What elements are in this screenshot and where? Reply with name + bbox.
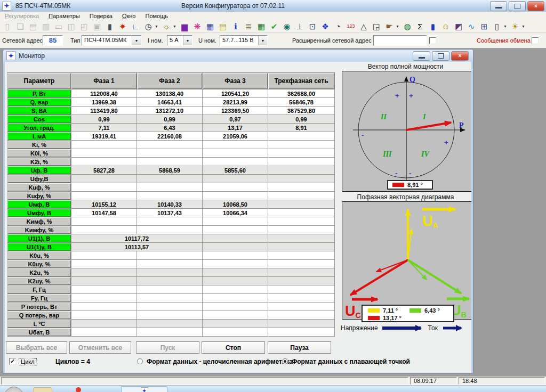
cycle-checkbox[interactable]: ✓ <box>9 358 16 365</box>
param-label-16[interactable]: Kимфу, % <box>7 226 71 234</box>
param-label-28[interactable]: Uбат, В <box>7 328 71 337</box>
chevron-down-icon[interactable]: ▼ <box>183 36 192 45</box>
palette-icon[interactable]: ❋ <box>191 21 204 32</box>
hand-pointer-icon-dropdown[interactable]: ▼ <box>396 24 401 28</box>
float-format-label[interactable]: Формат данных с плавающей точкой <box>292 358 410 365</box>
chevron-down-icon[interactable]: ▼ <box>258 36 267 45</box>
gauge-icon-dropdown[interactable]: ▼ <box>155 24 160 28</box>
param-label-2[interactable]: S, ВА <box>7 107 71 115</box>
pause-button[interactable]: Пауза <box>268 341 331 354</box>
red-star-icon[interactable]: ✷ <box>116 21 129 32</box>
menu-item-2[interactable]: Поверка <box>85 12 117 20</box>
notepad-icon[interactable]: ▤ <box>216 21 229 32</box>
param-label-25[interactable]: P потерь, Вт <box>7 303 71 311</box>
info-icon[interactable]: ℹ <box>229 21 242 32</box>
battery-icon[interactable]: ▮ <box>427 21 439 32</box>
restore-button[interactable] <box>509 1 526 11</box>
monitor-eye-icon[interactable]: ◉ <box>280 21 293 32</box>
inom-combobox[interactable]: 5 А ▼ <box>167 35 192 46</box>
param-value <box>71 311 137 320</box>
param-label-8[interactable]: K2i, % <box>7 158 71 166</box>
param-label-6[interactable]: Ki, % <box>7 141 71 149</box>
device-panel-icon[interactable]: ▮ <box>103 21 116 32</box>
phone-device-icon-dropdown[interactable]: ▼ <box>503 24 509 28</box>
param-label-26[interactable]: Q потерь, вар <box>7 311 71 320</box>
ext-address-checkbox[interactable] <box>429 37 436 44</box>
menu-item-3[interactable]: Окно <box>117 12 141 20</box>
param-label-5[interactable]: I, мА <box>7 132 71 141</box>
faucet-icon[interactable]: ∿ <box>465 21 478 32</box>
display-icon[interactable]: ⊡ <box>306 21 319 32</box>
param-label-10[interactable]: Uфу,В <box>7 175 71 183</box>
param-label-20[interactable]: K0uу, % <box>7 260 71 268</box>
param-label-19[interactable]: K0u, % <box>7 251 71 260</box>
minimize-button[interactable] <box>490 1 507 11</box>
param-value <box>137 311 203 320</box>
param-label-0[interactable]: P, Вт <box>7 89 71 98</box>
check-icon[interactable]: ✔ <box>268 21 280 32</box>
app-window-icon[interactable]: ❖ <box>319 21 332 32</box>
bar-chart-icon[interactable]: ▆ <box>178 21 191 32</box>
menu-item-4[interactable]: Помощь <box>140 12 173 20</box>
unom-combobox[interactable]: 57.7...115 В ▼ <box>220 35 268 46</box>
lamp-icon-dropdown[interactable]: ▼ <box>173 24 178 28</box>
param-label-27[interactable]: t, °C <box>7 320 71 328</box>
table-grid-icon[interactable]: ▦ <box>255 21 268 32</box>
taskbar-folder-icon[interactable] <box>33 387 52 392</box>
param-label-11[interactable]: Kuф, % <box>7 183 71 192</box>
stop-button[interactable]: Стоп <box>202 341 265 354</box>
start-button[interactable] <box>4 387 23 392</box>
integer-format-radio[interactable] <box>137 358 143 364</box>
param-label-17[interactable]: U1(1), В <box>7 234 71 243</box>
param-label-22[interactable]: K2uу, % <box>7 277 71 285</box>
menu-item-1[interactable]: Параметры <box>44 12 85 20</box>
calendar-export-icon[interactable]: ⊞ <box>478 21 491 32</box>
cycle-checkbox-label[interactable]: Цикл <box>19 358 37 365</box>
lamp2-icon[interactable]: ☀ <box>509 21 521 32</box>
close-button[interactable]: × <box>527 1 544 11</box>
scales-icon[interactable]: ⊥ <box>293 21 306 32</box>
monitor-minimize-button[interactable] <box>413 51 430 61</box>
param-label-3[interactable]: Cos <box>7 115 71 124</box>
integer-format-label[interactable]: Формат данных - целочисленная арифметика <box>147 358 293 365</box>
param-label-23[interactable]: F, Гц <box>7 285 71 294</box>
globe-icon[interactable]: ◍ <box>401 21 414 32</box>
param-label-1[interactable]: Q, вар <box>7 98 71 107</box>
float-format-radio[interactable] <box>282 358 288 364</box>
param-label-4[interactable]: Угол, град. <box>7 124 71 132</box>
param-label-9[interactable]: Uф, В <box>7 166 71 175</box>
calendar-chart-icon[interactable]: ▦ <box>204 21 216 32</box>
percent-batch-icon[interactable]: ◩ <box>452 21 465 32</box>
stopwatch-icon[interactable]: ◔ <box>332 21 344 32</box>
monitor-maximize-button[interactable] <box>432 51 449 61</box>
param-label-24[interactable]: Fу, Гц <box>7 294 71 303</box>
sigma-icon[interactable]: Σ <box>414 21 427 32</box>
gauge-icon[interactable]: ◷ <box>142 21 155 32</box>
exchange-messages-checkbox[interactable] <box>532 37 539 44</box>
hand-pointer-icon[interactable]: ☛ <box>383 21 396 32</box>
monitor-window-icon: ✦ <box>6 51 15 60</box>
zoom-window-icon[interactable]: ◲ <box>370 21 383 32</box>
connection-icon[interactable]: ∟ <box>129 21 142 32</box>
alarm-icon[interactable]: △ <box>357 21 370 32</box>
smiley-icon[interactable]: ☺ <box>439 21 452 32</box>
param-label-21[interactable]: K2u, % <box>7 268 71 277</box>
ext-address-field[interactable] <box>373 35 427 46</box>
numbers-123-icon[interactable]: 123 <box>344 21 357 32</box>
protocol-icon[interactable]: ≣ <box>242 21 255 32</box>
taskbar-active-app-button[interactable]: ✦ <box>121 386 167 392</box>
param-label-7[interactable]: K0i, % <box>7 149 71 158</box>
type-combobox[interactable]: ПСЧ-4ТМ.05МК ▼ <box>82 35 141 46</box>
param-label-13[interactable]: Uмф, В <box>7 200 71 209</box>
param-label-14[interactable]: Uмфу, В <box>7 209 71 217</box>
lamp2-icon-dropdown[interactable]: ▼ <box>521 24 527 28</box>
param-label-12[interactable]: Kuфу, % <box>7 192 71 200</box>
monitor-close-button[interactable]: × <box>451 51 469 61</box>
chevron-down-icon[interactable]: ▼ <box>132 36 141 45</box>
phone-device-icon[interactable]: ▯ <box>491 21 503 32</box>
lamp-icon[interactable]: ☼ <box>160 21 173 32</box>
param-label-15[interactable]: Kимф, % <box>7 217 71 226</box>
net-address-field[interactable]: 85 <box>43 35 63 46</box>
taskbar-notification-icon[interactable] <box>76 387 81 392</box>
param-label-18[interactable]: U1(1)у, В <box>7 243 71 251</box>
